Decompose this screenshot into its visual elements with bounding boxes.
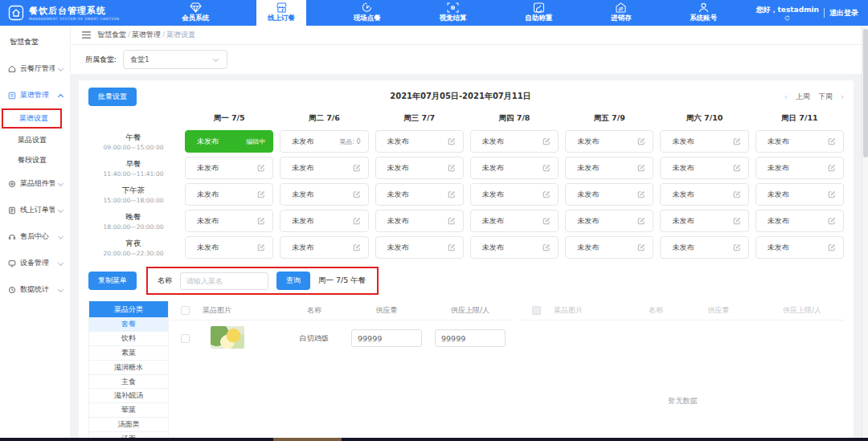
cloud-restaurant-icon [8,65,16,73]
app-logo[interactable]: 餐饮后台管理系统 MANAGEMENT SYSTEM OF SMART CANT… [0,0,153,26]
greeting-text: 您好，testadmin [756,5,819,15]
breadcrumb-item-2[interactable]: 菜谱设置 [166,31,195,39]
schedule-cell-r3c2[interactable]: 未发布 [375,210,464,232]
sidebar-item-0[interactable]: 云餐厅管理 [0,55,70,82]
schedule-cell-r1c0[interactable]: 未发布 [185,157,273,179]
schedule-cell-r0c5[interactable]: 未发布 [660,130,748,153]
schedule-cell-r0c3[interactable]: 未发布 [470,130,559,153]
schedule-cell-r4c6[interactable]: 未发布 [755,236,844,259]
selected-select-all-checkbox[interactable] [532,306,541,315]
breadcrumb-item-1[interactable]: 菜谱管理 [132,31,161,39]
cell-status: 未发布 [387,216,409,227]
category-item-4[interactable]: 主食 [89,375,168,390]
dish-checkbox[interactable] [181,334,190,343]
supply-input[interactable] [351,329,422,347]
schedule-cell-r0c6[interactable]: 未发布 [755,130,844,153]
schedule-cell-r0c0[interactable]: 未发布编辑中 [185,130,273,153]
vision-scan-icon [447,2,459,13]
nav-item-3[interactable]: 视觉结算 [428,0,478,26]
schedule-cell-r4c1[interactable]: 未发布 [280,236,368,259]
sidebar-item-2[interactable]: 菜品组件管理 [0,170,70,197]
schedule-cell-r3c6[interactable]: 未发布 [755,210,844,232]
schedule-cell-r4c0[interactable]: 未发布 [185,236,273,259]
nav-item-5[interactable]: 进销存 [600,0,643,26]
category-item-2[interactable]: 素菜 [89,346,168,361]
schedule-cell-r1c6[interactable]: 未发布 [755,157,844,179]
edit-icon [542,190,551,198]
schedule-cell-r0c4[interactable]: 未发布 [565,130,653,153]
copy-menu-button[interactable]: 复制菜单 [88,272,137,290]
edit-icon [733,217,741,225]
dish-name-input[interactable] [180,272,268,290]
select-all-checkbox[interactable] [181,306,190,315]
breadcrumb-item-0[interactable]: 智慧食堂 [97,31,126,39]
logout-link[interactable]: 退出登录 [829,8,858,18]
schedule-cell-r1c2[interactable]: 未发布 [375,157,464,179]
next-week-link[interactable]: 下周 [818,92,833,102]
sidebar-subitem-1-0[interactable]: 菜谱设置 [2,108,62,129]
nav-item-2[interactable]: 现场点餐 [342,0,392,26]
canteen-select[interactable]: 食堂1 [123,50,227,69]
schedule-cell-r2c5[interactable]: 未发布 [660,183,748,206]
session-refresh-icon[interactable] [784,15,790,21]
sidebar-subitem-1-1[interactable]: 菜品设置 [0,130,70,150]
cell-status: 未发布 [768,243,789,253]
search-button[interactable]: 查询 [276,272,310,290]
main-content: 智慧食堂/菜谱管理/菜谱设置 所属食堂: 食堂1 批量设置 2021年07月05… [71,26,862,438]
schedule-cell-r2c2[interactable]: 未发布 [375,183,464,206]
schedule-cell-r0c2[interactable]: 未发布 [375,130,464,153]
edit-icon [257,190,265,198]
schedule-cell-r4c3[interactable]: 未发布 [470,236,559,259]
category-item-3[interactable]: 滋润糖水 [89,361,168,375]
sidebar-item-3[interactable]: 线上订单管理 [0,197,70,223]
user-divider [824,8,825,18]
collapse-menu-icon[interactable] [82,31,91,39]
prev-week-link[interactable]: 上周 [796,92,810,102]
next-week-chevron-icon[interactable]: › [841,92,844,101]
schedule-cell-r3c5[interactable]: 未发布 [660,210,748,232]
edit-icon [542,243,551,251]
sidebar-item-4[interactable]: 售后中心 [0,223,70,250]
schedule-cell-r4c4[interactable]: 未发布 [565,236,653,259]
nav-item-0[interactable]: 会员系统 [170,0,220,26]
schedule-cell-r3c0[interactable]: 未发布 [185,210,273,232]
schedule-cell-r3c4[interactable]: 未发布 [565,210,653,232]
sidebar-subitem-1-2[interactable]: 餐段设置 [0,150,70,170]
sidebar-item-6[interactable]: 数据统计 [0,276,70,303]
sidebar-item-1[interactable]: 菜谱管理 [0,82,70,108]
limit-input[interactable] [435,329,506,347]
schedule-cell-r2c0[interactable]: 未发布 [185,183,273,206]
nav-item-label: 线上订餐 [268,14,295,23]
schedule-cell-r2c6[interactable]: 未发布 [755,183,844,206]
schedule-cell-r4c2[interactable]: 未发布 [375,236,464,259]
nav-item-1[interactable]: 线上订餐 [256,0,306,26]
cell-status: 未发布 [768,216,789,227]
schedule-cell-r1c4[interactable]: 未发布 [565,157,653,179]
schedule-cell-r1c1[interactable]: 未发布 [280,157,368,179]
category-item-1[interactable]: 饮料 [89,332,168,346]
schedule-cell-r3c1[interactable]: 未发布 [280,210,368,232]
batch-settings-button[interactable]: 批量设置 [88,88,137,106]
prev-week-chevron-icon[interactable]: ‹ [784,92,788,101]
schedule-cell-r4c5[interactable]: 未发布 [660,236,748,259]
schedule-cell-r3c3[interactable]: 未发布 [470,210,559,232]
category-item-6[interactable]: 荤菜 [89,403,168,418]
day-header-6: 周日 7/11 [755,111,844,126]
edit-icon [637,243,645,251]
schedule-cell-r1c3[interactable]: 未发布 [470,157,559,179]
schedule-cell-r2c4[interactable]: 未发布 [565,183,653,206]
category-item-0[interactable]: 套餐 [89,317,168,332]
canteen-filter-label: 所属食堂: [85,55,117,65]
schedule-cell-r0c1[interactable]: 未发布菜品: 0 [280,130,368,153]
scrollbar-thumb[interactable] [863,29,868,157]
vertical-scrollbar[interactable] [862,26,868,438]
schedule-cell-r2c1[interactable]: 未发布 [280,183,368,206]
nav-item-4[interactable]: 自助称重 [514,0,563,26]
meal-time: 09:00:00—15:00:00 [88,144,178,151]
schedule-cell-r2c3[interactable]: 未发布 [470,183,559,206]
sidebar-item-5[interactable]: 设备管理 [0,250,70,276]
nav-item-6[interactable]: 系统账号 [678,0,728,26]
category-item-5[interactable]: 滋补靓汤 [89,389,168,403]
category-item-7[interactable]: 汤面类 [89,418,168,432]
schedule-cell-r1c5[interactable]: 未发布 [660,157,748,179]
